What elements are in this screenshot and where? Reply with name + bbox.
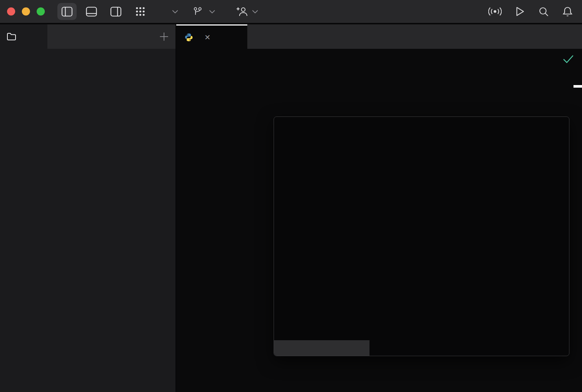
quick-fix-list [274, 117, 569, 122]
workspace-grid-button[interactable] [131, 3, 150, 20]
zoom-window-button[interactable] [37, 7, 45, 16]
scrollbar-cursor-mark [573, 85, 582, 88]
panel-bottom-icon [86, 7, 97, 17]
git-widget[interactable] [194, 7, 215, 16]
run-button[interactable] [516, 6, 525, 17]
minimize-window-button[interactable] [22, 7, 30, 16]
close-window-button[interactable] [7, 7, 15, 16]
toggle-bottom-panel-button[interactable] [82, 3, 101, 20]
tab-files[interactable] [0, 24, 47, 49]
toggle-right-panel-button[interactable] [106, 3, 126, 20]
editor-tab-strip: ✕ [176, 24, 582, 49]
title-bar [0, 0, 582, 24]
add-person-icon [237, 6, 248, 17]
grid-dots-icon [136, 7, 145, 16]
python-file-icon [184, 33, 193, 42]
search-button[interactable] [539, 7, 549, 17]
panel-right-icon [110, 7, 121, 17]
collaboration-widget[interactable] [237, 6, 258, 17]
close-tab-icon[interactable]: ✕ [204, 33, 211, 42]
left-panel [0, 24, 176, 392]
fleet-window: ✕ [0, 0, 582, 392]
toggle-fix-preview-button[interactable] [274, 340, 369, 356]
notifications-button[interactable] [563, 6, 572, 17]
quick-fix-popup [274, 116, 569, 356]
broadcast-button[interactable] [488, 7, 502, 16]
project-selector[interactable] [168, 10, 178, 13]
file-explorer [0, 49, 175, 392]
panel-left-icon [61, 7, 73, 17]
status-bar [176, 374, 582, 392]
chevron-down-icon [172, 10, 178, 13]
toggle-left-panel-button[interactable] [57, 3, 77, 20]
folder-icon [7, 33, 16, 41]
inspection-status-check-icon[interactable] [563, 55, 574, 64]
titlebar-actions [488, 6, 582, 17]
chevron-down-icon [252, 10, 258, 13]
add-tool-button[interactable] [159, 32, 169, 41]
left-panel-header [0, 24, 175, 49]
traffic-lights [0, 7, 45, 16]
chevron-down-icon [209, 10, 215, 13]
panel-toggles [57, 3, 150, 20]
git-branch-icon [194, 7, 202, 16]
tab-main-py[interactable]: ✕ [176, 24, 247, 49]
